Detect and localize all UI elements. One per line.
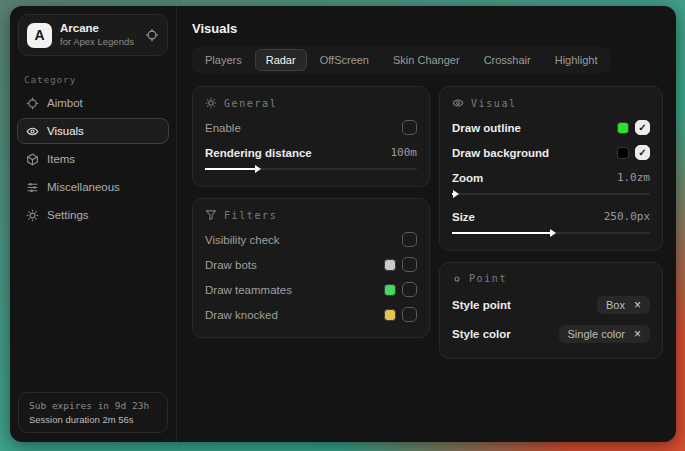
sliders-icon <box>26 181 39 194</box>
enable-checkbox[interactable] <box>402 120 417 135</box>
size-value: 250.0px <box>604 210 650 223</box>
tab-skin-changer[interactable]: Skin Changer <box>382 49 471 71</box>
draw-background-checkbox[interactable]: ✓ <box>635 145 650 160</box>
zoom-slider[interactable] <box>452 189 650 199</box>
slider-fill <box>205 168 256 170</box>
style-point-label: Style point <box>452 299 511 311</box>
clear-icon[interactable]: × <box>634 299 641 311</box>
crosshair-icon <box>26 97 39 110</box>
general-card-header: General <box>205 97 417 109</box>
point-card-title: Point <box>469 273 507 284</box>
draw-teammates-color-swatch[interactable] <box>384 284 396 296</box>
draw-outline-row: Draw outline ✓ <box>452 117 650 138</box>
subscription-status-card: Sub expires in 9d 23h Session duration 2… <box>18 392 168 433</box>
left-column: General Enable Rendering distance 100m <box>192 86 430 338</box>
slider-track <box>452 193 650 195</box>
app-window: A Arcane for Apex Legends Category Aimbo… <box>10 6 676 442</box>
tab-radar[interactable]: Radar <box>255 49 307 71</box>
sidebar-item-label: Miscellaneous <box>47 181 120 193</box>
rendering-distance-slider[interactable] <box>205 164 417 174</box>
visual-card: Visual Draw outline ✓ Draw background <box>439 86 663 251</box>
target-icon[interactable] <box>145 28 159 42</box>
draw-knocked-row: Draw knocked <box>205 304 417 325</box>
filters-card-header: Filters <box>205 209 417 221</box>
cube-icon <box>26 153 39 166</box>
general-card-title: General <box>224 98 277 109</box>
sidebar-item-label: Visuals <box>47 125 84 137</box>
tab-offscreen[interactable]: OffScreen <box>309 49 380 71</box>
rendering-distance-value: 100m <box>391 146 418 159</box>
draw-background-label: Draw background <box>452 147 549 159</box>
sidebar-item-miscellaneous[interactable]: Miscellaneous <box>17 174 169 200</box>
point-icon <box>452 274 462 284</box>
point-card: Point Style point Box × Style color Sing… <box>439 262 663 359</box>
draw-background-color-swatch[interactable] <box>617 147 629 159</box>
sidebar-item-aimbot[interactable]: Aimbot <box>17 90 169 116</box>
funnel-icon <box>205 209 217 221</box>
eye-icon <box>452 97 464 109</box>
sidebar-item-label: Items <box>47 153 75 165</box>
sidebar-item-items[interactable]: Items <box>17 146 169 172</box>
clear-icon[interactable]: × <box>634 328 641 340</box>
slider-fill <box>452 232 551 234</box>
draw-bots-color-swatch[interactable] <box>384 259 396 271</box>
size-slider[interactable] <box>452 228 650 238</box>
tab-crosshair[interactable]: Crosshair <box>473 49 542 71</box>
size-row: Size 250.0px <box>452 206 650 227</box>
sidebar-item-visuals[interactable]: Visuals <box>17 118 169 144</box>
draw-knocked-label: Draw knocked <box>205 309 278 321</box>
tab-highlight[interactable]: Highlight <box>544 49 609 71</box>
filters-card-title: Filters <box>224 210 277 221</box>
category-label: Category <box>24 74 176 85</box>
draw-background-row: Draw background ✓ <box>452 142 650 163</box>
size-label: Size <box>452 211 475 223</box>
right-column: Visual Draw outline ✓ Draw background <box>439 86 663 359</box>
radar-settings-content: General Enable Rendering distance 100m <box>177 73 676 372</box>
draw-outline-label: Draw outline <box>452 122 521 134</box>
draw-teammates-label: Draw teammates <box>205 284 292 296</box>
draw-knocked-color-swatch[interactable] <box>384 309 396 321</box>
style-color-select[interactable]: Single color × <box>559 325 651 343</box>
page-title: Visuals <box>192 21 676 36</box>
zoom-row: Zoom 1.0zm <box>452 167 650 188</box>
style-point-select[interactable]: Box × <box>597 296 650 314</box>
draw-outline-checkbox[interactable]: ✓ <box>635 120 650 135</box>
filters-card: Filters Visibility check Draw bots <box>192 198 430 338</box>
tab-players[interactable]: Players <box>194 49 253 71</box>
visual-card-header: Visual <box>452 97 650 109</box>
style-color-row: Style color Single color × <box>452 321 650 346</box>
visuals-tabbar: Players Radar OffScreen Skin Changer Cro… <box>192 47 611 73</box>
app-meta: Arcane for Apex Legends <box>60 22 137 48</box>
draw-teammates-checkbox[interactable] <box>402 282 417 297</box>
draw-bots-label: Draw bots <box>205 259 257 271</box>
draw-knocked-checkbox[interactable] <box>402 307 417 322</box>
eye-scan-icon <box>26 125 39 138</box>
general-card: General Enable Rendering distance 100m <box>192 86 430 187</box>
slider-fill <box>452 193 454 195</box>
draw-bots-row: Draw bots <box>205 254 417 275</box>
style-point-row: Style point Box × <box>452 292 650 317</box>
visibility-check-checkbox[interactable] <box>402 232 417 247</box>
zoom-label: Zoom <box>452 172 483 184</box>
sidebar-item-label: Settings <box>47 209 89 221</box>
enable-label: Enable <box>205 122 241 134</box>
rendering-distance-row: Rendering distance 100m <box>205 142 417 163</box>
style-color-label: Style color <box>452 328 511 340</box>
draw-outline-color-swatch[interactable] <box>617 122 629 134</box>
sidebar-item-label: Aimbot <box>47 97 83 109</box>
sidebar: A Arcane for Apex Legends Category Aimbo… <box>10 6 177 442</box>
gear-icon <box>26 209 39 222</box>
visibility-check-row: Visibility check <box>205 229 417 250</box>
point-card-header: Point <box>452 273 650 284</box>
main-panel: Visuals Players Radar OffScreen Skin Cha… <box>177 6 676 442</box>
sub-expires-text: Sub expires in 9d 23h <box>29 400 157 411</box>
sidebar-nav: Aimbot Visuals Items <box>10 89 176 229</box>
enable-row: Enable <box>205 117 417 138</box>
rendering-distance-label: Rendering distance <box>205 147 312 159</box>
draw-bots-checkbox[interactable] <box>402 257 417 272</box>
visual-card-title: Visual <box>471 98 517 109</box>
app-logo: A <box>27 23 52 48</box>
gear-icon <box>205 97 217 109</box>
sidebar-item-settings[interactable]: Settings <box>17 202 169 228</box>
app-header-card: A Arcane for Apex Legends <box>18 14 168 56</box>
